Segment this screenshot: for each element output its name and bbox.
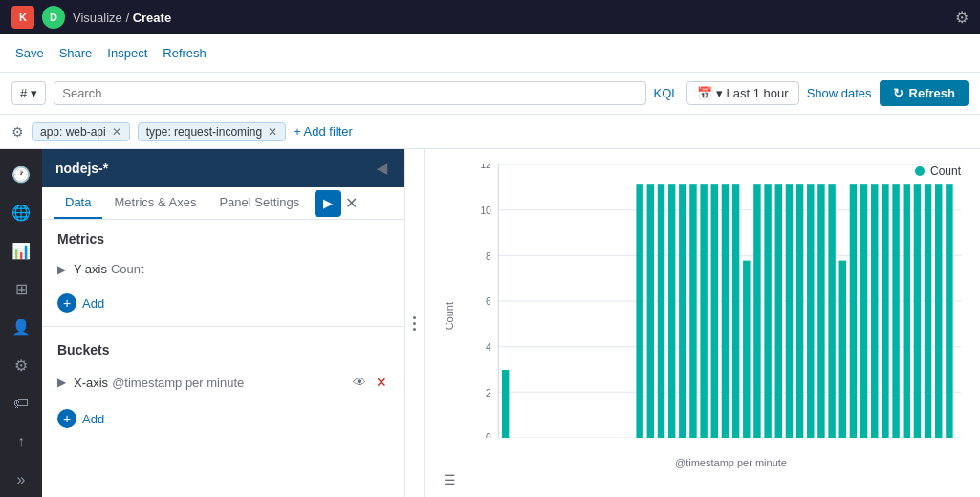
sidebar-icon-more[interactable]: » bbox=[4, 463, 38, 497]
metric-row-yaxis[interactable]: ▶ Y-axis Count bbox=[42, 254, 404, 284]
expand-icon: ▶ bbox=[57, 376, 66, 389]
filter-remove-icon[interactable]: ✕ bbox=[268, 125, 277, 139]
svg-rect-24 bbox=[722, 184, 729, 438]
refresh-button[interactable]: ↻ Refresh bbox=[880, 80, 969, 106]
bucket-value-label: @timestamp per minute bbox=[112, 376, 244, 390]
svg-rect-26 bbox=[743, 261, 750, 438]
svg-rect-38 bbox=[871, 184, 878, 438]
calendar-icon: 📅 bbox=[697, 86, 712, 100]
hash-icon: # bbox=[20, 86, 27, 100]
svg-rect-22 bbox=[700, 184, 707, 438]
svg-rect-18 bbox=[658, 184, 664, 438]
svg-text:12: 12 bbox=[480, 164, 490, 170]
search-box[interactable] bbox=[54, 81, 645, 105]
svg-rect-23 bbox=[711, 184, 718, 438]
svg-rect-29 bbox=[775, 184, 782, 438]
sidebar-icon-globe[interactable]: 🌐 bbox=[4, 195, 38, 229]
sidebar-icon-cog[interactable]: ⚙ bbox=[4, 348, 38, 382]
chart-wrapper: Count bbox=[444, 164, 961, 468]
svg-text:8: 8 bbox=[486, 249, 491, 262]
show-dates-button[interactable]: Show dates bbox=[807, 86, 872, 100]
refresh-action-button[interactable]: Refresh bbox=[163, 42, 207, 64]
filter-tag-app[interactable]: app: web-api ✕ bbox=[32, 122, 130, 141]
main-layout: 🕐 🌐 📊 ⊞ 👤 ⚙ 🏷 ↑ » nodejs-* ◀ Data Metric… bbox=[0, 149, 980, 497]
add-bucket-icon: + bbox=[57, 409, 76, 428]
sidebar-icon-barchart[interactable]: 📊 bbox=[4, 233, 38, 268]
bucket-row-xaxis[interactable]: ▶ X-axis @timestamp per minute 👁 ✕ bbox=[42, 365, 404, 400]
chevron-down-icon: ▾ bbox=[31, 86, 37, 100]
filter-type-button[interactable]: # ▾ bbox=[11, 81, 46, 105]
bucket-actions: 👁 ✕ bbox=[351, 373, 389, 392]
tab-data[interactable]: Data bbox=[54, 187, 102, 219]
section-divider bbox=[42, 326, 404, 327]
svg-rect-37 bbox=[860, 184, 867, 438]
save-button[interactable]: Save bbox=[15, 42, 44, 64]
sidebar-icon-tag[interactable]: 🏷 bbox=[4, 386, 38, 421]
settings-icon[interactable]: ⚙ bbox=[955, 9, 969, 27]
svg-rect-25 bbox=[732, 184, 739, 438]
add-filter-button[interactable]: + Add filter bbox=[294, 124, 353, 139]
sidebar-icon-upload[interactable]: ↑ bbox=[4, 424, 38, 459]
search-input[interactable] bbox=[62, 86, 637, 100]
filter-options-icon[interactable]: ⚙ bbox=[11, 124, 24, 140]
filter-remove-icon[interactable]: ✕ bbox=[112, 125, 121, 139]
metric-value-label: Count bbox=[111, 262, 144, 276]
inspect-button[interactable]: Inspect bbox=[107, 42, 147, 64]
breadcrumb-parent[interactable]: Visualize bbox=[73, 11, 122, 25]
filter-tag-label: type: request-incoming bbox=[146, 125, 262, 139]
svg-rect-28 bbox=[764, 184, 771, 438]
sidebar-icon-layers[interactable]: ⊞ bbox=[4, 271, 38, 306]
svg-text:0: 0 bbox=[486, 431, 491, 438]
svg-rect-36 bbox=[850, 184, 857, 438]
tab-panel-settings[interactable]: Panel Settings bbox=[207, 187, 311, 219]
add-bucket-label: Add bbox=[82, 412, 104, 426]
svg-rect-42 bbox=[914, 184, 921, 438]
time-picker[interactable]: 📅 ▾ Last 1 hour bbox=[686, 81, 799, 105]
svg-rect-40 bbox=[892, 184, 899, 438]
share-button[interactable]: Share bbox=[59, 42, 93, 64]
svg-text:10: 10 bbox=[480, 204, 490, 216]
sidebar-icon-clock[interactable]: 🕐 bbox=[4, 157, 38, 191]
app-logo: K bbox=[11, 6, 34, 29]
filter-bar: # ▾ KQL 📅 ▾ Last 1 hour Show dates ↻ Ref… bbox=[0, 73, 980, 115]
active-filters-bar: ⚙ app: web-api ✕ type: request-incoming … bbox=[0, 115, 980, 149]
collapse-icon[interactable]: ◀ bbox=[372, 159, 391, 178]
user-avatar[interactable]: D bbox=[42, 6, 65, 29]
eye-icon[interactable]: 👁 bbox=[351, 373, 368, 392]
add-metric-icon: + bbox=[57, 293, 76, 313]
svg-rect-19 bbox=[668, 184, 675, 438]
config-panel-header: nodejs-* ◀ bbox=[42, 149, 404, 187]
delete-bucket-button[interactable]: ✕ bbox=[374, 373, 389, 392]
svg-rect-34 bbox=[828, 184, 835, 438]
svg-rect-41 bbox=[904, 184, 910, 438]
kql-button[interactable]: KQL bbox=[654, 86, 679, 100]
svg-rect-32 bbox=[807, 184, 814, 438]
add-bucket-row[interactable]: + Add bbox=[42, 400, 404, 438]
svg-text:6: 6 bbox=[486, 295, 491, 308]
filter-tag-label: app: web-api bbox=[40, 125, 106, 139]
panel-menu[interactable] bbox=[405, 149, 425, 497]
tab-metrics-axes[interactable]: Metrics & Axes bbox=[102, 187, 207, 219]
table-icon[interactable]: ☰ bbox=[444, 472, 456, 487]
close-panel-button[interactable]: ✕ bbox=[345, 194, 358, 212]
svg-rect-31 bbox=[796, 184, 803, 438]
three-dots-icon[interactable] bbox=[405, 316, 424, 331]
svg-rect-39 bbox=[882, 184, 888, 438]
expand-icon: ▶ bbox=[57, 263, 66, 276]
buckets-section-header: Buckets bbox=[42, 331, 404, 365]
svg-rect-21 bbox=[689, 184, 696, 438]
svg-rect-20 bbox=[679, 184, 686, 438]
add-metric-row[interactable]: + Add bbox=[42, 284, 404, 322]
refresh-label: Refresh bbox=[909, 86, 955, 100]
chart-svg: 12 10 8 6 4 2 0 bbox=[463, 164, 961, 438]
svg-rect-35 bbox=[839, 261, 846, 438]
run-button[interactable]: ▶ bbox=[315, 190, 341, 217]
filter-tag-type[interactable]: type: request-incoming ✕ bbox=[138, 122, 286, 141]
action-bar: Save Share Inspect Refresh bbox=[0, 34, 980, 73]
metric-axis-label: Y-axis bbox=[74, 262, 107, 276]
breadcrumb: Visualize / Create bbox=[73, 11, 947, 25]
sidebar-icon-person[interactable]: 👤 bbox=[4, 310, 38, 344]
breadcrumb-current: Create bbox=[133, 11, 171, 25]
breadcrumb-separator: / bbox=[125, 11, 132, 25]
chart-footer: ☰ bbox=[444, 472, 961, 487]
